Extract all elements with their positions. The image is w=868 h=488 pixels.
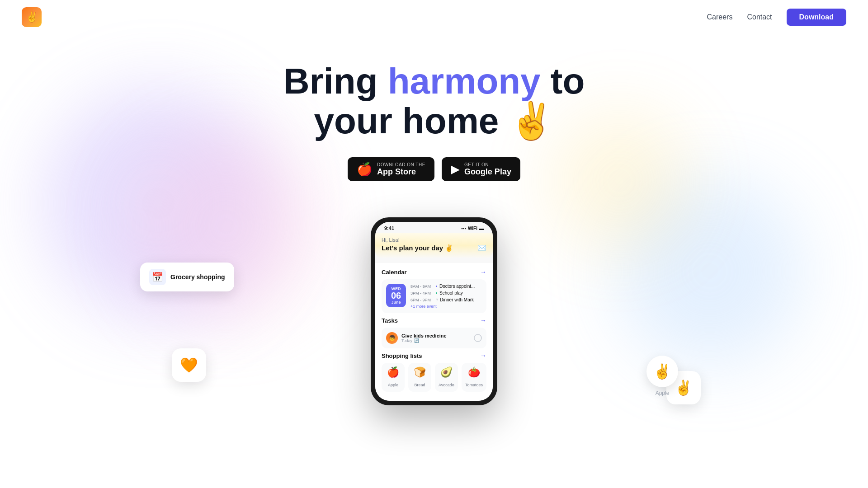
task-name: Give kids medicine [401,333,470,338]
shopping-header: Shopping lists → [382,352,486,359]
phone-status-icons: ▪▪▪ WiFi ▬ [461,226,484,231]
navbar: ✌️ Careers Contact Download [0,0,868,34]
phone-header: Hi, Lisa! Let's plan your day ✌️ ✉️ [375,233,493,258]
tasks-header: Tasks → [382,317,486,324]
cal-event-time-3: 6PM - 9PM [410,298,436,302]
title-harmony: harmony [388,61,541,101]
shopping-items: 🍎 Apple 🍞 Bread 🥑 Avocado 🍅 [382,363,486,392]
googleplay-sub: GET IT ON [464,162,511,167]
calendar-title: Calendar [382,269,407,276]
tomatoes-label: Tomatoes [465,383,483,387]
bottom-logo-emoji: ✌️ [653,363,671,380]
task-today: Today [401,338,412,343]
cal-event-3: 6PM - 9PM ? Dinner with Mark [410,297,482,302]
bread-label: Bread [414,383,425,387]
task-checkbox[interactable] [474,334,482,342]
task-repeat-icon: 🔄 [414,338,419,343]
bottom-logo-badge: ✌️ [646,356,678,387]
cal-num: 06 [391,291,401,300]
avocado-emoji: 🥑 [439,366,454,378]
apple-label: Apple [388,383,398,387]
phone-content: Calendar → Wed 06 June 8AM - 9AM [375,263,493,401]
task-info: Give kids medicine Today 🔄 [401,333,470,343]
cal-event-dot-2 [436,292,437,294]
task-avatar: 👦 [386,332,398,344]
cal-event-name-3: Dinner with Mark [440,297,474,302]
bottom-logo-area: ✌️ Apple [646,356,678,396]
phone-area: 📅 Grocery shopping 🧡 ✌️ 9:41 ▪▪▪ WiFi ▬ … [0,217,868,423]
floating-card-grocery: 📅 Grocery shopping [140,263,234,291]
shopping-section: Shopping lists → 🍎 Apple 🍞 Bread [382,352,486,392]
calendar-section: Calendar → Wed 06 June 8AM - 9AM [382,268,486,313]
tomatoes-emoji: 🍅 [465,366,483,378]
cal-event-time-1: 8AM - 9AM [410,284,436,289]
nav-download-button[interactable]: Download [787,9,846,26]
calendar-date-badge: Wed 06 June [386,284,406,307]
grocery-calendar-icon: 📅 [149,269,166,285]
cal-event-1: 8AM - 9AM Doctors appoint... [410,284,482,289]
hero-title: Bring harmony to your home ✌️ [9,61,859,141]
hero-section: Bring harmony to your home ✌️ 🍎 Download… [0,34,868,217]
task-avatar-emoji: 👦 [389,335,396,341]
shopping-title: Shopping lists [382,352,422,359]
tagline-text: Let's plan your day ✌️ [382,244,453,252]
appstore-text: Download on the App Store [377,162,425,177]
shopping-arrow-icon[interactable]: → [480,352,486,359]
shopping-item-tomatoes: 🍅 Tomatoes [462,363,486,392]
cal-event-name-1: Doctors appoint... [439,284,475,289]
calendar-events: 8AM - 9AM Doctors appoint... 3PM - 4PM S… [410,284,482,309]
appstore-sub: Download on the [377,162,425,167]
logo: ✌️ [22,7,42,27]
task-item: 👦 Give kids medicine Today 🔄 [382,328,486,348]
calendar-header: Calendar → [382,268,486,276]
logo-icon: ✌️ [22,7,42,27]
phone-screen: 9:41 ▪▪▪ WiFi ▬ Hi, Lisa! Let's plan you… [375,222,493,401]
cal-event-2: 3PM - 4PM School play [410,291,482,296]
googleplay-main: Google Play [464,167,511,177]
shopping-item-apple: 🍎 Apple [382,363,405,392]
apple-emoji: 🍎 [385,366,401,378]
appstore-main: App Store [377,167,425,177]
heart-emoji: 🧡 [180,357,198,374]
appstore-button[interactable]: 🍎 Download on the App Store [348,157,434,181]
cal-event-name-2: School play [439,291,463,296]
google-play-icon: ▶ [451,162,460,176]
title-part2: to [541,61,585,101]
phone-greeting: Hi, Lisa! [382,237,486,243]
phone-tagline: Let's plan your day ✌️ ✉️ [382,244,486,252]
cal-day: Wed [391,286,401,291]
phone-time: 9:41 [384,225,394,231]
signal-icon: ▪▪▪ [461,226,466,231]
phone-mockup: 9:41 ▪▪▪ WiFi ▬ Hi, Lisa! Let's plan you… [371,217,497,405]
cal-more-events[interactable]: +1 more event [410,304,482,309]
bottom-apple-text: Apple [646,390,678,396]
wifi-icon: WiFi [468,226,477,231]
apple-icon: 🍎 [357,162,373,177]
tasks-title: Tasks [382,317,398,324]
calendar-card: Wed 06 June 8AM - 9AM Doctors appoint... [382,279,486,313]
title-line2: your home [314,101,499,141]
store-buttons: 🍎 Download on the App Store ▶ GET IT ON … [9,157,859,181]
googleplay-button[interactable]: ▶ GET IT ON Google Play [442,157,520,181]
bread-emoji: 🍞 [412,366,428,378]
task-sub: Today 🔄 [401,338,470,343]
hero-emoji: ✌️ [509,101,554,141]
nav-links: Careers Contact Download [707,9,846,26]
title-part1: Bring [283,61,388,101]
cal-event-time-2: 3PM - 4PM [410,291,436,296]
cal-event-dot-1 [436,286,437,287]
tasks-section: Tasks → 👦 Give kids medicine Today 🔄 [382,317,486,348]
grocery-label: Grocery shopping [170,273,225,281]
careers-link[interactable]: Careers [707,13,733,21]
calendar-arrow-icon[interactable]: → [480,268,486,276]
contact-link[interactable]: Contact [747,13,772,21]
battery-icon: ▬ [479,226,484,231]
shopping-item-bread: 🍞 Bread [408,363,431,392]
cal-month: June [391,300,401,305]
avocado-label: Avocado [439,383,454,387]
tasks-arrow-icon[interactable]: → [480,317,486,324]
message-icon: ✉️ [477,244,486,252]
googleplay-text: GET IT ON Google Play [464,162,511,177]
phone-status-bar: 9:41 ▪▪▪ WiFi ▬ [375,222,493,233]
floating-card-heart: 🧡 [172,348,206,382]
